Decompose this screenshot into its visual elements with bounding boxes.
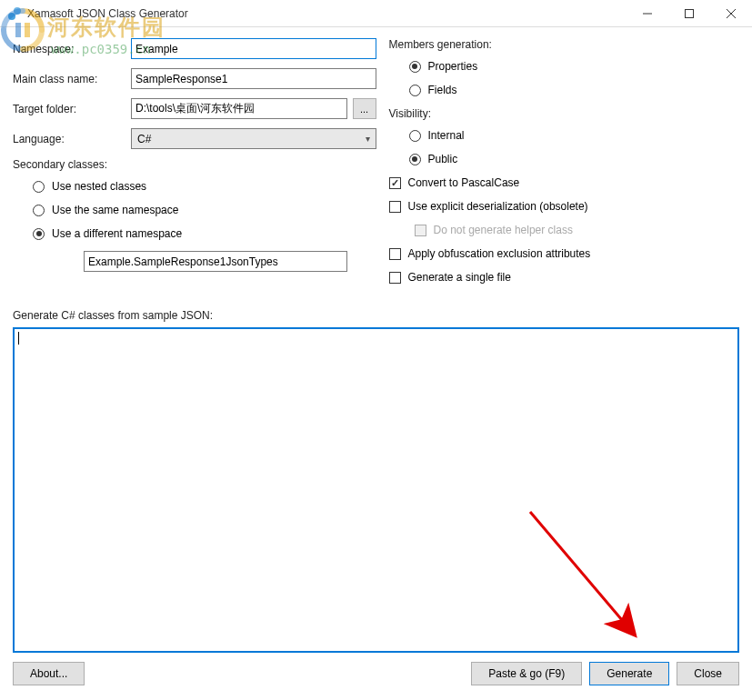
titlebar: Xamasoft JSON Class Generator	[0, 0, 752, 27]
radio-icon	[33, 228, 45, 240]
check-label: Apply obfuscation exclusion attributes	[408, 247, 591, 260]
radio-icon	[409, 85, 421, 96]
radio-label: Use a different namespace	[52, 227, 182, 240]
check-no-helper: Do not generate helper class	[389, 224, 740, 236]
mainclass-input[interactable]	[131, 68, 376, 89]
radio-label: Properties	[428, 60, 478, 73]
radio-icon	[33, 181, 45, 193]
svg-point-0	[8, 13, 15, 20]
secondary-label: Secondary classes:	[13, 158, 376, 171]
close-dialog-button[interactable]: Close	[677, 662, 739, 685]
checkbox-icon	[415, 225, 426, 236]
radio-icon	[409, 130, 421, 142]
json-textarea[interactable]	[13, 327, 739, 653]
radio-label: Use the same namespace	[52, 204, 178, 216]
check-single-file[interactable]: Generate a single file	[389, 271, 740, 284]
check-obfuscation[interactable]: Apply obfuscation exclusion attributes	[389, 247, 740, 260]
text-cursor	[18, 332, 19, 345]
check-label: Generate a single file	[408, 271, 511, 284]
checkbox-icon	[389, 272, 401, 284]
radio-properties[interactable]: Properties	[409, 60, 740, 73]
svg-rect-3	[686, 9, 694, 17]
radio-icon	[409, 154, 421, 165]
window-title: Xamasoft JSON Class Generator	[27, 7, 188, 20]
radio-icon	[409, 61, 421, 73]
radio-different-namespace[interactable]: Use a different namespace	[33, 227, 376, 240]
window-controls	[627, 0, 752, 27]
check-label: Do not generate helper class	[434, 224, 573, 236]
radio-fields[interactable]: Fields	[409, 84, 740, 96]
radio-public[interactable]: Public	[409, 153, 740, 165]
check-explicit-deserialization[interactable]: Use explicit deserialization (obsolete)	[389, 200, 740, 213]
app-icon	[7, 6, 22, 21]
checkbox-icon	[389, 177, 401, 189]
radio-icon	[33, 205, 45, 216]
minimize-button[interactable]	[627, 0, 668, 27]
maximize-button[interactable]	[668, 0, 710, 27]
language-combo[interactable]: C# ▾	[131, 128, 376, 149]
generate-button[interactable]: Generate	[589, 662, 669, 685]
targetfolder-input[interactable]	[131, 98, 347, 119]
json-section-label: Generate C# classes from sample JSON:	[13, 309, 739, 322]
about-button[interactable]: About...	[13, 662, 85, 685]
namespace-label: Namespace:	[13, 43, 131, 55]
paste-go-button[interactable]: Paste & go (F9)	[471, 662, 582, 685]
checkbox-icon	[389, 201, 401, 213]
check-label: Use explicit deserialization (obsolete)	[408, 200, 588, 213]
radio-label: Fields	[428, 84, 457, 96]
language-value: C#	[137, 133, 366, 145]
chevron-down-icon: ▾	[366, 134, 370, 144]
svg-point-1	[14, 7, 21, 15]
check-label: Convert to PascalCase	[408, 176, 520, 189]
radio-same-namespace[interactable]: Use the same namespace	[33, 204, 376, 216]
radio-label: Internal	[428, 129, 465, 142]
radio-internal[interactable]: Internal	[409, 129, 740, 142]
checkbox-icon	[389, 248, 401, 260]
members-label: Members generation:	[386, 38, 740, 51]
namespace-input[interactable]	[131, 38, 376, 59]
secondary-namespace-input[interactable]	[84, 251, 347, 272]
radio-label: Public	[428, 153, 458, 165]
language-label: Language:	[13, 133, 131, 145]
mainclass-label: Main class name:	[13, 73, 131, 85]
radio-nested-classes[interactable]: Use nested classes	[33, 180, 376, 193]
targetfolder-label: Target folder:	[13, 103, 131, 115]
close-button[interactable]	[710, 0, 752, 27]
browse-button[interactable]: ...	[353, 98, 376, 119]
check-pascalcase[interactable]: Convert to PascalCase	[389, 176, 740, 189]
radio-label: Use nested classes	[52, 180, 146, 193]
visibility-label: Visibility:	[386, 107, 740, 120]
